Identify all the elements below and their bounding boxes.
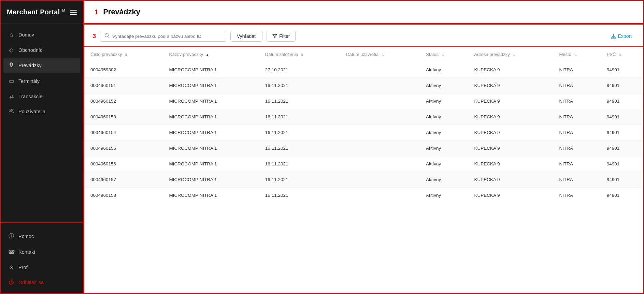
cell-nazov: MICROCOMP NITRA 1 (163, 62, 259, 78)
main-content: 1 Prevádzky 3 Vyhľadať Filter (84, 0, 644, 294)
cell-cislo: 0004960157 (84, 172, 163, 188)
sidebar-item-pomoc[interactable]: ⓘ Pomoc (1, 228, 83, 244)
cell-status: Aktívny (420, 188, 468, 203)
sort-icon: ⇅ (125, 53, 127, 57)
header-section-number: 1 (95, 8, 98, 16)
sidebar-item-obchodnici[interactable]: ◇ Obchodníci (1, 42, 83, 58)
terminal-icon: ▭ (8, 78, 14, 84)
cell-psc: 94901 (601, 62, 643, 78)
cell-datum_zalozenia: 16.11.2021 (259, 141, 340, 156)
info-icon: ⓘ (8, 233, 14, 240)
cell-nazov: MICROCOMP NITRA 1 (163, 156, 259, 172)
cell-adresa: KUPECKA 9 (468, 78, 553, 93)
cell-datum_uzavretia (340, 93, 420, 109)
cell-adresa: KUPECKA 9 (468, 93, 553, 109)
col-nazov[interactable]: Názov prevádzky ▲ (163, 47, 259, 62)
cell-nazov: MICROCOMP NITRA 1 (163, 188, 259, 203)
cell-mesto: NITRA (553, 78, 601, 93)
col-mesto[interactable]: Mesto ⇅ (553, 47, 601, 62)
cell-mesto: NITRA (553, 93, 601, 109)
home-icon: ⌂ (8, 32, 14, 38)
cell-cislo: 0004960156 (84, 156, 163, 172)
sidebar-item-kontakt[interactable]: ☎ Kontakt (1, 244, 83, 260)
sidebar-item-label: Odhlásiť sa (18, 280, 44, 285)
table-row[interactable]: 0004960151MICROCOMP NITRA 116.11.2021Akt… (84, 78, 643, 93)
nav-divider (1, 222, 83, 223)
cell-cislo: 0004960155 (84, 141, 163, 156)
cell-cislo: 0004960154 (84, 125, 163, 141)
table-row[interactable]: 0004960157MICROCOMP NITRA 116.11.2021Akt… (84, 172, 643, 188)
cell-status: Aktívny (420, 93, 468, 109)
search-input[interactable] (112, 34, 222, 39)
cell-psc: 94901 (601, 156, 643, 172)
search-button[interactable]: Vyhľadať (230, 31, 262, 42)
cell-status: Aktívny (420, 156, 468, 172)
filter-button[interactable]: Filter (267, 31, 296, 42)
col-cislo[interactable]: Číslo prevádzky ⇅ (84, 47, 163, 62)
menu-toggle-button[interactable] (70, 10, 77, 15)
cell-psc: 94901 (601, 125, 643, 141)
col-datum-uzavretia[interactable]: Dátum uzavretia ⇅ (340, 47, 420, 62)
col-adresa[interactable]: Adresa prevádzky ⇅ (468, 47, 553, 62)
search-icon (104, 33, 110, 39)
cell-psc: 94901 (601, 141, 643, 156)
users-icon (8, 108, 14, 115)
export-icon (611, 34, 616, 39)
nav-main: ⌂ Domov ◇ Obchodníci Prevádzky ▭ Terminá… (1, 24, 83, 220)
prevadzky-table: Číslo prevádzky ⇅ Názov prevádzky ▲ Dátu… (84, 47, 643, 203)
cell-adresa: KUPECKA 9 (468, 172, 553, 188)
cell-datum_uzavretia (340, 141, 420, 156)
cell-datum_uzavretia (340, 62, 420, 78)
location-icon (8, 62, 14, 69)
table-wrap[interactable]: Číslo prevádzky ⇅ Názov prevádzky ▲ Dátu… (84, 47, 643, 293)
sidebar-item-logout[interactable]: ⏻ Odhlásiť sa (1, 275, 83, 290)
cell-mesto: NITRA (553, 141, 601, 156)
sort-asc-icon: ▲ (206, 53, 209, 57)
cell-cislo: 0004960152 (84, 93, 163, 109)
sidebar-header: Merchant PortalTM (1, 1, 83, 24)
cell-psc: 94901 (601, 78, 643, 93)
sidebar-item-pouzivatelia[interactable]: Používatelia (1, 104, 83, 119)
merchants-icon: ◇ (8, 47, 14, 53)
col-datum-zalozenia[interactable]: Dátum založenia ⇅ (259, 47, 340, 62)
svg-point-1 (10, 109, 11, 111)
cell-status: Aktívny (420, 62, 468, 78)
cell-datum_uzavretia (340, 78, 420, 93)
sidebar-item-profil[interactable]: ⊙ Profil (1, 260, 83, 275)
col-status[interactable]: Status ⇅ (420, 47, 468, 62)
table-row[interactable]: 0004960154MICROCOMP NITRA 116.11.2021Akt… (84, 125, 643, 141)
sort-icon: ⇅ (512, 53, 515, 57)
sidebar-item-label: Domov (18, 32, 34, 38)
cell-datum_zalozenia: 27.10.2021 (259, 62, 340, 78)
sort-icon: ⇅ (441, 53, 444, 57)
svg-point-2 (12, 109, 13, 111)
sidebar-item-label: Obchodníci (18, 47, 43, 53)
toolbar-section-number: 3 (92, 33, 96, 40)
sidebar-item-label: Profil (18, 265, 30, 270)
export-button[interactable]: Export (607, 31, 635, 41)
cell-datum_zalozenia: 16.11.2021 (259, 109, 340, 125)
table-row[interactable]: 0004959302MICROCOMP NITRA 127.10.2021Akt… (84, 62, 643, 78)
cell-psc: 94901 (601, 188, 643, 203)
sort-icon: ⇅ (301, 53, 303, 57)
table-row[interactable]: 0004960155MICROCOMP NITRA 116.11.2021Akt… (84, 141, 643, 156)
cell-nazov: MICROCOMP NITRA 1 (163, 125, 259, 141)
cell-datum_uzavretia (340, 188, 420, 203)
cell-mesto: NITRA (553, 172, 601, 188)
app-logo: Merchant PortalTM (7, 8, 65, 16)
sidebar-item-terminaly[interactable]: ▭ Terminály (1, 73, 83, 89)
cell-datum_zalozenia: 16.11.2021 (259, 78, 340, 93)
cell-status: Aktívny (420, 78, 468, 93)
table-row[interactable]: 0004960156MICROCOMP NITRA 116.11.2021Akt… (84, 156, 643, 172)
sidebar-item-domov[interactable]: ⌂ Domov (1, 27, 83, 42)
cell-datum_zalozenia: 16.11.2021 (259, 156, 340, 172)
cell-adresa: KUPECKA 9 (468, 156, 553, 172)
table-row[interactable]: 0004960153MICROCOMP NITRA 116.11.2021Akt… (84, 109, 643, 125)
table-row[interactable]: 0004960158MICROCOMP NITRA 116.11.2021Akt… (84, 188, 643, 203)
col-psc[interactable]: PSČ ⇅ (601, 47, 643, 62)
cell-status: Aktívny (420, 141, 468, 156)
table-row[interactable]: 0004960152MICROCOMP NITRA 116.11.2021Akt… (84, 93, 643, 109)
cell-mesto: NITRA (553, 188, 601, 203)
sidebar-item-prevadzky[interactable]: Prevádzky (3, 58, 80, 73)
sidebar-item-transakcie[interactable]: ⇄ Transakcie (1, 89, 83, 104)
